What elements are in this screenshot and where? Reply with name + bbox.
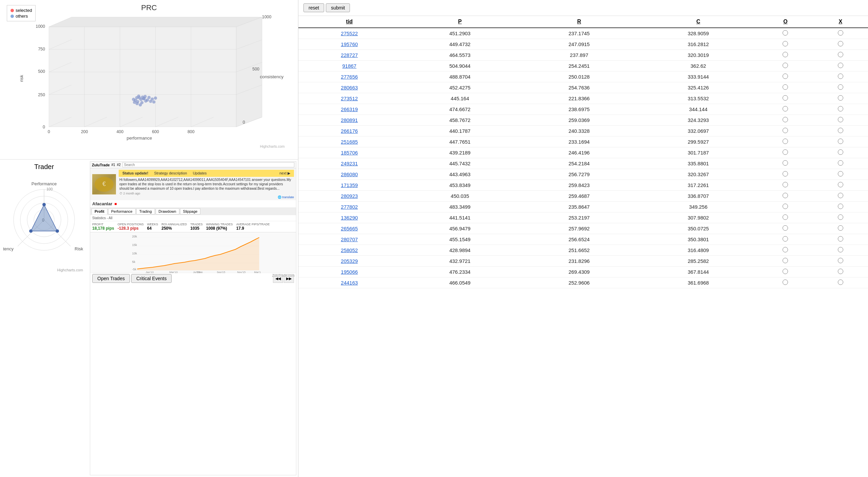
o-radio-cell[interactable] [758, 191, 813, 202]
o-radio[interactable] [783, 139, 788, 144]
tid-cell[interactable]: 275522 [298, 28, 400, 39]
o-radio-cell[interactable] [758, 126, 813, 137]
x-radio-cell[interactable] [813, 158, 868, 169]
x-radio-cell[interactable] [813, 223, 868, 234]
col-o[interactable]: O [758, 16, 813, 28]
x-radio[interactable] [838, 117, 843, 122]
status-next[interactable]: next ▶ [277, 170, 292, 176]
x-radio[interactable] [838, 149, 843, 155]
o-radio-cell[interactable] [758, 267, 813, 277]
x-radio-cell[interactable] [813, 50, 868, 61]
o-radio[interactable] [783, 128, 788, 133]
x-radio[interactable] [838, 193, 843, 198]
tid-cell[interactable]: 266176 [298, 126, 400, 137]
col-c[interactable]: C [639, 16, 758, 28]
reset-button[interactable]: reset [303, 3, 324, 12]
x-radio[interactable] [838, 225, 843, 231]
o-radio[interactable] [783, 149, 788, 155]
tid-cell[interactable]: 228727 [298, 50, 400, 61]
tid-cell[interactable]: 280891 [298, 115, 400, 126]
o-radio-cell[interactable] [758, 28, 813, 39]
o-radio[interactable] [783, 63, 788, 68]
o-radio-cell[interactable] [758, 245, 813, 256]
x-radio-cell[interactable] [813, 267, 868, 277]
x-radio-cell[interactable] [813, 277, 868, 288]
x-radio[interactable] [838, 269, 843, 274]
o-radio[interactable] [783, 279, 788, 285]
tid-cell[interactable]: 195066 [298, 267, 400, 277]
x-radio-cell[interactable] [813, 93, 868, 104]
o-radio[interactable] [783, 52, 788, 57]
o-radio-cell[interactable] [758, 147, 813, 158]
o-radio-cell[interactable] [758, 50, 813, 61]
o-radio-cell[interactable] [758, 115, 813, 126]
o-radio-cell[interactable] [758, 277, 813, 288]
tid-cell[interactable]: 280707 [298, 234, 400, 245]
o-radio-cell[interactable] [758, 71, 813, 82]
x-radio[interactable] [838, 258, 843, 263]
o-radio[interactable] [783, 204, 788, 209]
x-radio[interactable] [838, 279, 843, 285]
tid-cell[interactable]: 136290 [298, 212, 400, 223]
x-radio[interactable] [838, 41, 843, 46]
o-radio-cell[interactable] [758, 234, 813, 245]
tid-cell[interactable]: 280923 [298, 191, 400, 202]
x-radio[interactable] [838, 182, 843, 187]
tid-cell[interactable]: 277656 [298, 71, 400, 82]
x-radio-cell[interactable] [813, 137, 868, 147]
x-radio-cell[interactable] [813, 71, 868, 82]
tid-cell[interactable]: 91867 [298, 61, 400, 71]
x-radio-cell[interactable] [813, 256, 868, 267]
unfollow-icon[interactable]: ■ [114, 202, 117, 206]
x-radio-cell[interactable] [813, 212, 868, 223]
x-radio[interactable] [838, 160, 843, 166]
o-radio-cell[interactable] [758, 93, 813, 104]
x-radio[interactable] [838, 214, 843, 220]
col-x[interactable]: X [813, 16, 868, 28]
o-radio-cell[interactable] [758, 39, 813, 50]
tab-trading[interactable]: Trading [136, 208, 155, 214]
search-input[interactable] [122, 162, 294, 167]
x-radio[interactable] [838, 74, 843, 79]
x-radio-cell[interactable] [813, 126, 868, 137]
x-radio-cell[interactable] [813, 234, 868, 245]
o-radio[interactable] [783, 106, 788, 111]
o-radio[interactable] [783, 95, 788, 101]
tid-cell[interactable]: 251685 [298, 137, 400, 147]
x-radio-cell[interactable] [813, 104, 868, 115]
o-radio-cell[interactable] [758, 212, 813, 223]
o-radio[interactable] [783, 247, 788, 252]
o-radio-cell[interactable] [758, 180, 813, 191]
x-radio[interactable] [838, 139, 843, 144]
tid-cell[interactable]: 185706 [298, 147, 400, 158]
x-radio-cell[interactable] [813, 61, 868, 71]
tid-cell[interactable]: 265665 [298, 223, 400, 234]
tid-cell[interactable]: 244163 [298, 277, 400, 288]
o-radio[interactable] [783, 74, 788, 79]
o-radio[interactable] [783, 193, 788, 198]
tab-profit[interactable]: Profit [92, 208, 107, 214]
tid-cell[interactable]: 171359 [298, 180, 400, 191]
o-radio-cell[interactable] [758, 223, 813, 234]
x-radio[interactable] [838, 128, 843, 133]
x-radio-cell[interactable] [813, 169, 868, 180]
tab-performance[interactable]: Performance [108, 208, 136, 214]
x-radio-cell[interactable] [813, 82, 868, 93]
x-radio[interactable] [838, 95, 843, 101]
o-radio[interactable] [783, 30, 788, 36]
o-radio-cell[interactable] [758, 137, 813, 147]
x-radio[interactable] [838, 30, 843, 36]
x-radio-cell[interactable] [813, 115, 868, 126]
o-radio[interactable] [783, 182, 788, 187]
col-p[interactable]: P [400, 16, 520, 28]
o-radio[interactable] [783, 84, 788, 90]
tid-cell[interactable]: 249231 [298, 158, 400, 169]
status-tab-1[interactable]: Status update! [120, 170, 150, 176]
tab-drawdown[interactable]: Drawdown [156, 208, 179, 214]
translate-link[interactable]: 🌐 translate [119, 195, 294, 199]
x-radio-cell[interactable] [813, 202, 868, 212]
tid-cell[interactable]: 280663 [298, 82, 400, 93]
o-radio[interactable] [783, 41, 788, 46]
x-radio[interactable] [838, 63, 843, 68]
status-tab-2[interactable]: Strategy description [152, 170, 189, 176]
